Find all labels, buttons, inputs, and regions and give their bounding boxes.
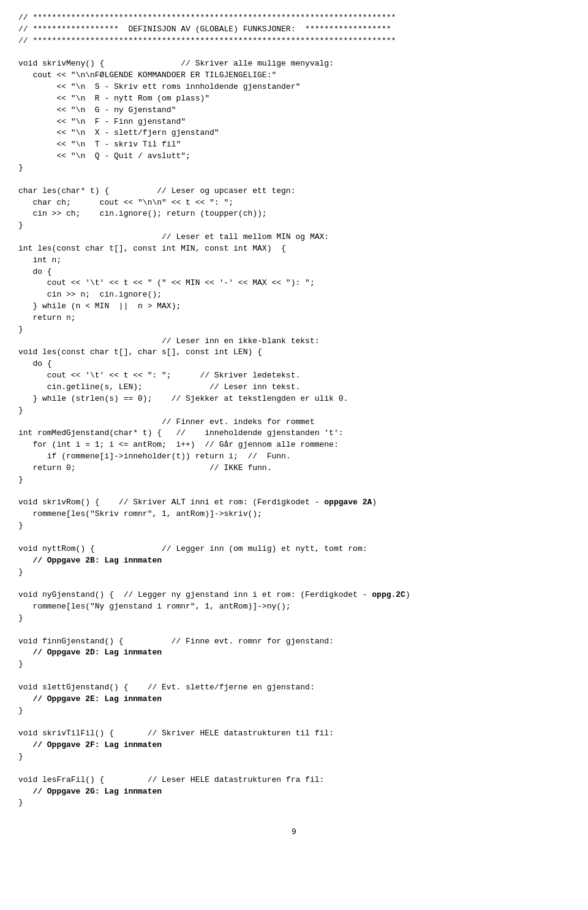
code-content: // *************************************… — [18, 12, 570, 809]
bold-text-5: // Oppgave 2E: Lag innmaten — [32, 694, 162, 703]
bold-text-6: // Oppgave 2F: Lag innmaten — [32, 740, 162, 749]
bold-text-3: oppg.2C — [372, 590, 405, 599]
bold-text-7: // Oppgave 2G: Lag innmaten — [32, 787, 162, 796]
int-keyword: int — [18, 244, 32, 253]
bold-text-2: // Oppgave 2B: Lag innmaten — [32, 556, 162, 565]
bold-text-4: // Oppgave 2D: Lag innmaten — [32, 648, 162, 657]
bold-text-1: oppgave 2A — [324, 498, 372, 507]
page-number: 9 — [18, 827, 570, 836]
